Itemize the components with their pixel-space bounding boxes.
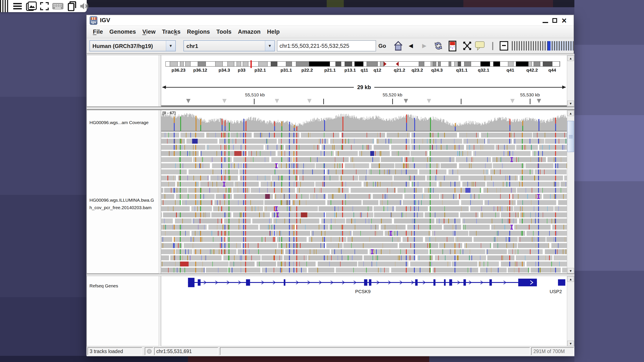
ruler-tick [461,99,462,104]
current-region-marker [250,60,252,68]
forward-icon[interactable]: ▶ [422,42,426,49]
window-title: IGV [100,17,110,24]
alignment-canvas[interactable] [161,132,567,274]
ideogram-band [543,62,552,66]
ideogram-band [178,62,180,66]
igv-window: igv IGV × FileGenomesViewTracksRegionsTo… [86,15,574,356]
panel-divider[interactable] [159,110,161,274]
chromosome-ideogram[interactable] [166,61,560,66]
coverage-track[interactable]: [0 - 67] [161,110,567,132]
alignment-panel: HG00096.wgs...am Coverage HG00096.wgs.IL… [87,110,574,274]
genome-select[interactable]: Human (GRCh37/hg19) ▼ [90,40,176,51]
ideogram-band [355,62,364,66]
locus-input[interactable] [277,40,376,51]
ruler-position-label: 55,510 kb [245,92,265,97]
ideogram-band [206,62,216,66]
copy-icon[interactable] [68,1,76,11]
scroll-down-icon[interactable]: ▼ [567,101,574,106]
fit-to-window-icon[interactable] [463,41,472,51]
band-label: q41 [506,68,514,73]
back-icon[interactable]: ◀ [409,42,413,49]
minimize-button[interactable] [541,15,550,26]
bg-patch [574,115,644,181]
feature-scrollbar[interactable]: ▲ ▼ [567,276,574,347]
ideogram-band [490,62,494,66]
alignment-scrollbar[interactable]: ▲ ▼ [567,110,574,274]
gene-model-canvas[interactable] [161,277,567,288]
panel-divider[interactable] [159,55,161,106]
ruler-tick [323,99,324,104]
zoom-slider[interactable] [510,41,574,50]
feature-name-column: Refseq Genes [87,276,159,346]
scroll-down-icon[interactable]: ▼ [567,268,574,274]
menu-item-tools[interactable]: Tools [213,28,235,35]
alignment-data-area[interactable]: [0 - 67] [161,110,567,274]
menu-item-amazon[interactable]: Amazon [235,28,264,35]
coverage-canvas[interactable] [161,110,567,131]
maximize-button[interactable] [550,15,559,26]
chromosome-select[interactable]: chr1 ▼ [184,40,275,51]
coverage-range-label: [0 - 67] [162,111,176,115]
ideogram-band [341,62,345,66]
refseq-data-area[interactable]: PCSK9USP2 [161,276,567,347]
toolbar-grip-handle[interactable] [0,0,8,12]
tooltip-bubble-icon[interactable] [475,41,485,51]
menu-item-help[interactable]: Help [264,28,283,35]
band-label: p36.12 [193,68,207,73]
alignment-track-name[interactable]: HG00096.wgs.ILLUMINA.bwa.G h_cov_pcr_fre… [90,196,154,211]
close-button[interactable]: × [560,15,569,26]
ideogram-band [271,62,277,66]
ideogram-band [458,62,461,66]
band-label: p36.23 [172,68,185,73]
menu-icon[interactable] [13,2,22,10]
display-gallery-icon[interactable] [26,1,37,11]
scroll-up-icon[interactable]: ▲ [567,276,574,282]
header-scrollbar[interactable]: ▲ ▼ [567,55,574,106]
panel-splitter[interactable] [87,274,574,276]
cursor-position-field: chr1:55,531,691 [154,347,218,355]
fullscreen-icon[interactable] [40,2,49,10]
window-titlebar[interactable]: igv IGV × [87,15,574,26]
window-content: p36.23p36.12p34.3p33p32.1p31.1p22.2p21.1… [87,54,574,346]
scroll-up-icon[interactable]: ▲ [567,55,574,61]
ideogram-band [399,62,419,66]
ideogram-band [380,62,384,66]
scrollbar-thumb[interactable] [567,121,574,152]
keyboard-icon[interactable] [52,2,64,10]
ideogram-band [258,62,267,66]
panel-divider[interactable] [159,276,161,347]
menu-item-genomes[interactable]: Genomes [106,28,139,35]
band-label: q21.2 [394,68,405,73]
chevron-down-icon[interactable]: ▼ [166,41,175,51]
go-button[interactable]: Go [377,41,388,51]
ideogram-band [241,62,243,66]
panel-splitter[interactable] [87,107,574,110]
coverage-track-name[interactable]: HG00096.wgs...am Coverage [90,119,148,126]
scroll-up-icon[interactable]: ▲ [567,110,574,116]
zoom-out-button[interactable] [500,41,508,50]
refseq-track-name[interactable]: Refseq Genes [90,282,118,290]
ruler-tick [392,99,393,104]
bg-patch [463,0,553,7]
region-marker-triangle [186,99,190,103]
chevron-down-icon[interactable]: ▼ [265,41,274,51]
menu-item-regions[interactable]: Regions [184,28,213,35]
speaker-icon[interactable] [80,2,89,10]
home-icon[interactable] [394,41,403,51]
status-indicator-field [145,347,153,355]
scroll-down-icon[interactable]: ▼ [567,341,574,346]
ideogram-band [268,62,271,66]
ideogram-band [180,62,184,66]
band-label: p33 [238,68,246,73]
menu-item-file[interactable]: File [90,28,106,35]
ideogram-region-icon[interactable] [448,41,456,51]
alignment-track-name-line2: h_cov_pcr_free.20140203.bam [90,204,154,211]
menu-item-tracks[interactable]: Tracks [159,28,184,35]
menu-item-view[interactable]: View [139,28,159,35]
feature-panel: Refseq Genes PCSK9USP2 ▲ ▼ [87,276,574,346]
refresh-icon[interactable] [433,41,444,51]
ideogram-band [424,62,431,66]
ideogram-band [184,62,186,66]
zoom-slider-thumb[interactable] [548,41,550,50]
header-data-area[interactable]: p36.23p36.12p34.3p33p32.1p31.1p22.2p21.1… [161,55,567,106]
